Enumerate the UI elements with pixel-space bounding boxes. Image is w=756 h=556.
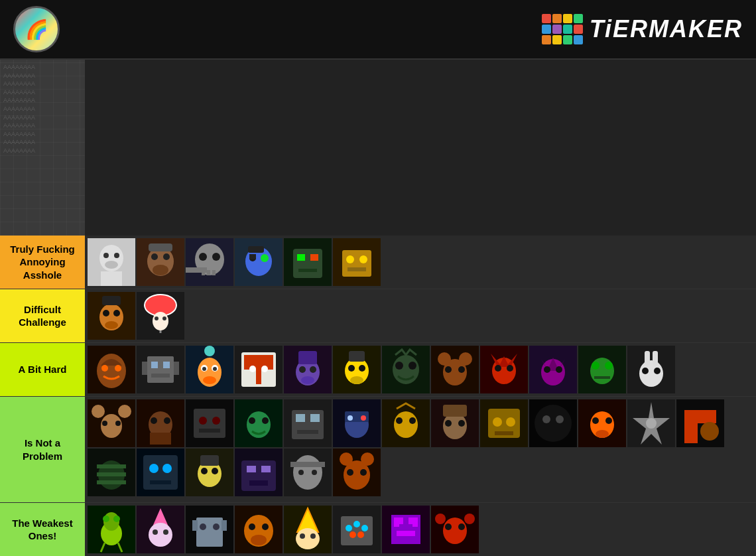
svg-point-186 [201,468,208,474]
svg-point-145 [394,411,418,438]
char-6[interactable] [333,238,381,286]
char-12[interactable] [235,346,283,393]
svg-point-65 [202,367,206,371]
svg-rect-177 [97,480,126,484]
svg-point-16 [212,253,220,261]
svg-rect-38 [102,296,121,305]
svg-rect-182 [150,480,171,484]
svg-rect-82 [349,351,365,362]
char-7[interactable] [88,292,135,340]
char-35[interactable] [137,449,184,496]
svg-point-203 [360,469,367,476]
svg-point-40 [113,310,120,316]
svg-point-194 [293,455,322,490]
char-15[interactable] [382,346,430,393]
svg-point-79 [301,376,314,384]
svg-point-41 [105,321,118,329]
char-19[interactable] [578,346,626,393]
svg-point-234 [353,521,360,527]
char-11[interactable] [186,346,233,393]
char-34[interactable] [88,449,135,496]
svg-point-222 [249,523,255,530]
char-32[interactable] [627,399,675,447]
char-25[interactable] [284,399,332,447]
tier-label-weakest: The WeakestOnes! [0,503,85,556]
svg-point-142 [347,415,353,421]
svg-point-159 [535,405,572,442]
svg-point-218 [200,523,206,530]
char-39[interactable] [333,449,381,496]
tier-row-not-problem: Is Not aProblem [0,397,756,503]
svg-rect-191 [261,466,271,472]
char-38[interactable] [284,449,332,496]
svg-rect-243 [399,524,412,528]
char-10[interactable] [137,346,184,393]
char-37[interactable] [235,449,283,496]
svg-rect-71 [256,355,261,384]
char-40[interactable] [88,506,135,553]
char-41[interactable] [137,506,184,553]
char-42[interactable] [186,506,233,553]
char-9[interactable] [88,346,135,393]
svg-rect-126 [194,409,225,438]
svg-rect-29 [310,254,318,261]
site-logo: 🌈 [13,6,60,52]
svg-point-201 [361,452,374,466]
char-47[interactable] [431,506,479,553]
svg-point-109 [639,360,663,387]
char-26[interactable] [333,399,381,447]
char-14[interactable] [333,346,381,393]
char-43[interactable] [235,506,283,553]
char-17[interactable] [480,346,528,393]
char-13[interactable] [284,346,332,393]
svg-point-103 [556,366,562,373]
char-16[interactable] [431,346,479,393]
svg-point-106 [592,362,599,370]
svg-rect-28 [297,254,305,261]
char-46[interactable] [382,506,430,553]
svg-point-73 [261,366,268,372]
svg-point-147 [409,417,416,424]
svg-point-248 [445,523,452,530]
char-29[interactable] [480,399,528,447]
svg-point-118 [102,421,107,426]
brand-name-text: TiERMAKER [590,15,743,43]
char-36[interactable] [186,449,233,496]
tiermaker-brand: TiERMAKER [542,14,743,44]
char-23[interactable] [186,399,233,447]
svg-point-3 [114,253,119,258]
char-30[interactable] [529,399,577,447]
svg-point-230 [310,533,316,539]
char-44[interactable] [284,506,332,553]
svg-rect-192 [249,480,268,486]
svg-rect-171 [684,410,716,423]
svg-rect-111 [653,351,658,366]
svg-point-156 [506,417,515,427]
char-3[interactable] [186,238,233,286]
char-22[interactable] [137,399,184,447]
char-1[interactable] [88,238,135,286]
svg-point-146 [396,417,403,424]
char-33[interactable] [676,399,724,447]
char-31[interactable] [578,399,626,447]
svg-point-115 [101,414,122,438]
char-8[interactable] [137,292,184,340]
left-pattern: AAAAAAAAAAAAAAAAAAAAAAAAAAAAAAAAAAAAAAAA… [0,60,85,236]
svg-point-212 [153,529,158,535]
char-27[interactable] [382,399,430,447]
char-24[interactable] [235,399,283,447]
svg-point-95 [458,366,465,373]
tier-label-not-problem: Is Not aProblem [0,397,85,502]
char-20[interactable] [627,346,675,393]
char-5[interactable] [284,238,332,286]
char-45[interactable] [333,506,381,553]
char-18[interactable] [529,346,577,393]
char-4[interactable] [235,238,283,286]
char-21[interactable] [88,399,135,447]
svg-rect-27 [293,249,322,278]
char-28[interactable] [431,399,479,447]
svg-point-78 [310,366,316,373]
logo-area: 🌈 [13,6,60,52]
char-2[interactable] [137,238,184,286]
svg-point-93 [459,352,472,366]
